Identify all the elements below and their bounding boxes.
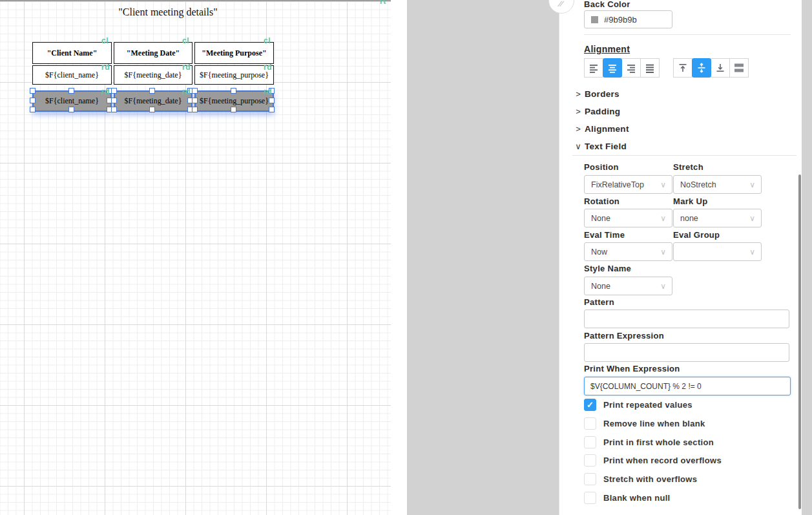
band-tag-detail: rd xyxy=(101,63,110,72)
selection-handle[interactable] xyxy=(192,107,198,112)
section-text-field[interactable]: ∨ Text Field xyxy=(572,140,789,152)
chevron-down-icon: ∨ xyxy=(660,282,666,291)
eval-time-label: Eval Time xyxy=(584,230,625,240)
table-header-cell[interactable]: "Client Name" xyxy=(32,42,112,64)
eval-group-dropdown[interactable]: ∨ xyxy=(673,242,762,261)
align-center-button[interactable] xyxy=(603,58,622,78)
band-tag-title: rt xyxy=(380,0,386,6)
selection-handle[interactable] xyxy=(269,98,275,103)
report-design-canvas: rt "Client meeting details" cl cl cl "Cl… xyxy=(0,0,407,515)
band-tag-detail: rd xyxy=(101,88,110,96)
selection-handle[interactable] xyxy=(192,98,198,103)
chevron-right-icon: > xyxy=(572,124,584,134)
align-right-button[interactable] xyxy=(621,58,641,78)
eval-group-label: Eval Group xyxy=(673,230,720,240)
selection-handle[interactable] xyxy=(192,88,198,94)
print-repeated-values-checkbox[interactable]: ✓ xyxy=(584,399,596,411)
checkmark-icon: ✓ xyxy=(587,400,594,410)
selection-handle[interactable] xyxy=(30,98,36,103)
align-justify-icon xyxy=(645,63,655,73)
markup-dropdown[interactable]: none ∨ xyxy=(673,209,762,227)
band-tag-detail: rd xyxy=(182,88,191,96)
collapse-handle-icon: ∕∕ xyxy=(559,0,564,8)
valign-middle-icon xyxy=(696,63,707,73)
text-field-cell[interactable]: $F{meeting_purpose} xyxy=(194,65,274,85)
pattern-expression-input[interactable] xyxy=(584,343,789,362)
selection-handle[interactable] xyxy=(269,107,275,112)
chevron-down-icon: ∨ xyxy=(572,142,584,151)
chevron-right-icon: > xyxy=(572,107,584,116)
print-when-expression-input[interactable] xyxy=(584,377,791,395)
table-header-cell[interactable]: "Meeting Purpose" xyxy=(194,42,274,64)
pattern-label: Pattern xyxy=(584,297,614,307)
chevron-down-icon: ∨ xyxy=(660,180,666,189)
text-field-cell[interactable]: $F{client_name} xyxy=(32,65,112,85)
panel-scrollbar-thumb[interactable] xyxy=(798,174,801,509)
position-dropdown[interactable]: FixRelativeTop ∨ xyxy=(584,175,672,194)
selection-handle[interactable] xyxy=(231,88,236,94)
chevron-down-icon: ∨ xyxy=(749,180,755,189)
report-title-text-element[interactable]: "Client meeting details" xyxy=(65,6,271,18)
selection-handle[interactable] xyxy=(111,107,117,112)
print-when-record-overflows-row: ✓ Print when record overflows xyxy=(584,454,722,467)
blank-when-null-row: ✓ Blank when null xyxy=(584,492,670,504)
remove-line-when-blank-row: ✓ Remove line when blank xyxy=(584,417,705,430)
band-tag-column-header: cl xyxy=(264,37,271,45)
pattern-expression-label: Pattern Expression xyxy=(584,331,664,341)
selection-handle[interactable] xyxy=(149,88,155,94)
selection-handle[interactable] xyxy=(68,107,74,112)
valign-stretch-button[interactable] xyxy=(729,58,749,78)
section-alignment[interactable]: > Alignment xyxy=(572,123,789,134)
rotation-label: Rotation xyxy=(584,196,619,206)
selected-text-field-cell[interactable]: $F{meeting_purpose} xyxy=(194,90,274,112)
chevron-down-icon: ∨ xyxy=(749,247,755,257)
valign-bottom-button[interactable] xyxy=(711,58,730,78)
blank-when-null-checkbox[interactable]: ✓ xyxy=(584,492,596,504)
back-color-value: #9b9b9b xyxy=(604,15,637,25)
valign-top-button[interactable] xyxy=(673,58,692,78)
band-tag-column-header: cl xyxy=(182,37,189,45)
align-center-icon xyxy=(607,63,618,73)
print-in-first-whole-section-checkbox[interactable]: ✓ xyxy=(584,436,596,448)
stretch-with-overflows-row: ✓ Stretch with overflows xyxy=(584,473,697,485)
selection-handle[interactable] xyxy=(68,88,74,94)
section-borders[interactable]: > Borders xyxy=(572,88,789,100)
valign-middle-button[interactable] xyxy=(692,58,711,78)
stretch-dropdown[interactable]: NoStretch ∨ xyxy=(673,175,762,194)
selection-handle[interactable] xyxy=(30,88,36,94)
color-swatch xyxy=(591,16,598,23)
properties-panel: ∕∕ Back Color #9b9b9b Alignment xyxy=(559,0,802,515)
align-left-icon xyxy=(588,63,599,73)
remove-line-when-blank-checkbox[interactable]: ✓ xyxy=(584,417,596,430)
print-when-expression-label: Print When Expression xyxy=(584,364,680,373)
band-boundary-line xyxy=(0,0,391,1)
align-justify-button[interactable] xyxy=(640,58,660,78)
rotation-dropdown[interactable]: None ∨ xyxy=(584,209,672,227)
valign-stretch-icon xyxy=(734,63,744,73)
stretch-with-overflows-checkbox[interactable]: ✓ xyxy=(584,473,596,485)
chevron-right-icon: > xyxy=(572,89,584,99)
print-when-record-overflows-checkbox[interactable]: ✓ xyxy=(584,454,596,467)
chevron-down-icon: ∨ xyxy=(749,214,755,223)
eval-time-dropdown[interactable]: Now ∨ xyxy=(584,242,672,261)
back-color-input[interactable]: #9b9b9b xyxy=(584,10,672,28)
chevron-down-icon: ∨ xyxy=(660,214,666,223)
pattern-input[interactable] xyxy=(584,310,789,328)
horizontal-alignment-group xyxy=(584,58,660,78)
selection-handle[interactable] xyxy=(30,107,36,112)
panel-collapse-button[interactable]: ∕∕ xyxy=(548,0,574,14)
style-name-dropdown[interactable]: None ∨ xyxy=(584,277,672,295)
selected-text-field-cell[interactable]: $F{meeting_date} xyxy=(114,90,193,112)
selected-text-field-cell[interactable]: $F{client_name} xyxy=(32,90,112,112)
table-header-cell[interactable]: "Meeting Date" xyxy=(114,42,193,64)
style-name-label: Style Name xyxy=(584,264,631,273)
section-padding[interactable]: > Padding xyxy=(572,105,789,117)
text-field-cell[interactable]: $F{meeting_date} xyxy=(114,65,193,85)
alignment-heading: Alignment xyxy=(584,44,630,54)
selection-handle[interactable] xyxy=(231,107,236,112)
selection-handle[interactable] xyxy=(111,98,117,103)
selection-handle[interactable] xyxy=(111,88,117,94)
selection-handle[interactable] xyxy=(149,107,155,112)
print-repeated-values-row: ✓ Print repeated values xyxy=(584,399,692,411)
align-left-button[interactable] xyxy=(584,58,603,78)
